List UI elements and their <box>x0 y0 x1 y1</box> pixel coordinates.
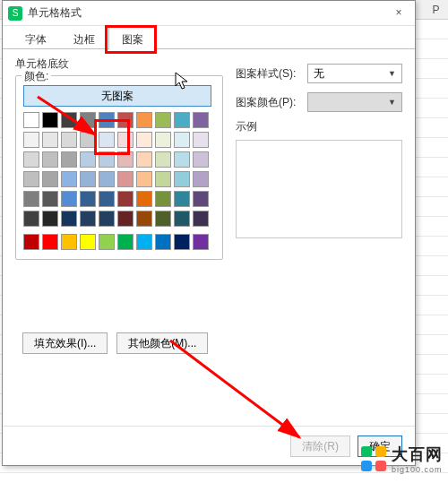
color-swatch[interactable] <box>155 234 171 250</box>
color-swatch[interactable] <box>80 171 96 187</box>
tab-pattern[interactable]: 图案 <box>108 27 157 50</box>
close-button[interactable]: × <box>388 4 409 22</box>
color-swatch[interactable] <box>174 234 190 250</box>
tab-bar: 字体 边框 图案 <box>3 26 415 49</box>
color-swatch[interactable] <box>136 211 152 227</box>
color-swatch[interactable] <box>42 191 58 207</box>
color-swatch[interactable] <box>80 211 96 227</box>
color-swatches <box>23 110 217 252</box>
color-swatch[interactable] <box>61 191 77 207</box>
color-swatch[interactable] <box>117 171 134 187</box>
color-swatch[interactable] <box>80 112 96 128</box>
color-swatch[interactable] <box>193 234 209 250</box>
dialog-body: 单元格底纹 颜色: 无图案 图案样式(S): 无 ▼ 图案颜色(P): ▼ <box>3 49 415 426</box>
color-swatch[interactable] <box>174 171 190 187</box>
chevron-down-icon: ▼ <box>388 69 396 78</box>
color-swatch[interactable] <box>193 132 209 148</box>
color-swatch[interactable] <box>117 191 134 207</box>
pattern-style-value: 无 <box>314 66 324 82</box>
tab-border[interactable]: 边框 <box>60 27 108 50</box>
more-colors-button[interactable]: 其他颜色(M)... <box>116 332 208 354</box>
color-swatch[interactable] <box>117 151 134 168</box>
color-swatch[interactable] <box>61 151 77 168</box>
color-swatch[interactable] <box>42 112 58 128</box>
watermark-logo-icon <box>361 446 386 471</box>
color-legend: 颜色: <box>22 69 51 84</box>
color-swatch[interactable] <box>174 112 190 128</box>
color-swatch[interactable] <box>117 234 134 250</box>
color-swatch[interactable] <box>42 211 58 227</box>
color-swatch[interactable] <box>23 191 39 207</box>
color-swatch[interactable] <box>99 191 115 207</box>
color-swatch[interactable] <box>136 171 152 187</box>
color-swatch[interactable] <box>174 191 190 207</box>
color-swatch[interactable] <box>174 211 190 227</box>
color-swatch[interactable] <box>174 132 190 148</box>
color-swatch[interactable] <box>136 112 152 128</box>
pattern-style-combo[interactable]: 无 ▼ <box>307 64 402 83</box>
color-swatch[interactable] <box>23 211 39 227</box>
color-swatch[interactable] <box>99 151 115 168</box>
color-swatch[interactable] <box>61 234 77 250</box>
titlebar: S 单元格格式 × <box>3 1 415 26</box>
color-swatch[interactable] <box>136 151 152 168</box>
color-swatch[interactable] <box>23 234 39 250</box>
preview-label: 示例 <box>236 119 402 134</box>
color-fieldset: 颜色: 无图案 <box>15 75 223 260</box>
color-swatch[interactable] <box>155 112 171 128</box>
color-swatch[interactable] <box>23 171 39 187</box>
color-swatch[interactable] <box>155 191 171 207</box>
color-swatch[interactable] <box>155 132 171 148</box>
color-swatch[interactable] <box>80 132 96 148</box>
color-swatch[interactable] <box>193 191 209 207</box>
color-swatch[interactable] <box>23 132 39 148</box>
color-swatch[interactable] <box>174 151 190 168</box>
color-swatch[interactable] <box>193 171 209 187</box>
right-column: 图案样式(S): 无 ▼ 图案颜色(P): ▼ 示例 <box>236 62 402 238</box>
color-swatch[interactable] <box>99 171 115 187</box>
color-swatch[interactable] <box>155 151 171 168</box>
color-swatch[interactable] <box>61 171 77 187</box>
color-swatch[interactable] <box>80 191 96 207</box>
preview-box <box>236 140 402 238</box>
color-swatch[interactable] <box>193 211 209 227</box>
color-swatch[interactable] <box>155 171 171 187</box>
color-swatch[interactable] <box>99 112 115 128</box>
color-swatch[interactable] <box>42 151 58 168</box>
column-header-p[interactable]: P <box>416 0 448 20</box>
color-swatch[interactable] <box>155 211 171 227</box>
color-swatch[interactable] <box>193 112 209 128</box>
no-pattern-button[interactable]: 无图案 <box>23 85 211 107</box>
color-swatch[interactable] <box>99 234 115 250</box>
color-swatch[interactable] <box>99 132 115 148</box>
color-swatch[interactable] <box>80 234 96 250</box>
color-swatch[interactable] <box>42 234 58 250</box>
cell-format-dialog: S 单元格格式 × 字体 边框 图案 单元格底纹 颜色: 无图案 图案样式(S)… <box>2 0 416 466</box>
color-swatch[interactable] <box>42 171 58 187</box>
watermark-text: 大百网 <box>392 444 443 465</box>
pattern-style-label: 图案样式(S): <box>236 66 307 82</box>
dialog-title: 单元格格式 <box>28 5 388 21</box>
pattern-color-combo[interactable]: ▼ <box>307 92 402 112</box>
color-swatch[interactable] <box>117 211 134 227</box>
color-swatch[interactable] <box>23 112 39 128</box>
tab-font[interactable]: 字体 <box>12 27 60 50</box>
color-swatch[interactable] <box>117 112 134 128</box>
color-swatch[interactable] <box>61 112 77 128</box>
pattern-color-label: 图案颜色(P): <box>236 95 307 110</box>
app-icon: S <box>8 6 22 21</box>
clear-button[interactable]: 清除(R) <box>290 436 350 457</box>
color-swatch[interactable] <box>136 234 152 250</box>
color-swatch[interactable] <box>136 132 152 148</box>
color-swatch[interactable] <box>61 132 77 148</box>
color-swatch[interactable] <box>80 151 96 168</box>
color-swatch[interactable] <box>117 132 134 148</box>
color-swatch[interactable] <box>61 211 77 227</box>
watermark-subtext: big100.com <box>392 465 443 474</box>
color-swatch[interactable] <box>136 191 152 207</box>
color-swatch[interactable] <box>193 151 209 168</box>
color-swatch[interactable] <box>42 132 58 148</box>
fill-effects-button[interactable]: 填充效果(I)... <box>22 332 108 354</box>
color-swatch[interactable] <box>23 151 39 168</box>
color-swatch[interactable] <box>99 211 115 227</box>
